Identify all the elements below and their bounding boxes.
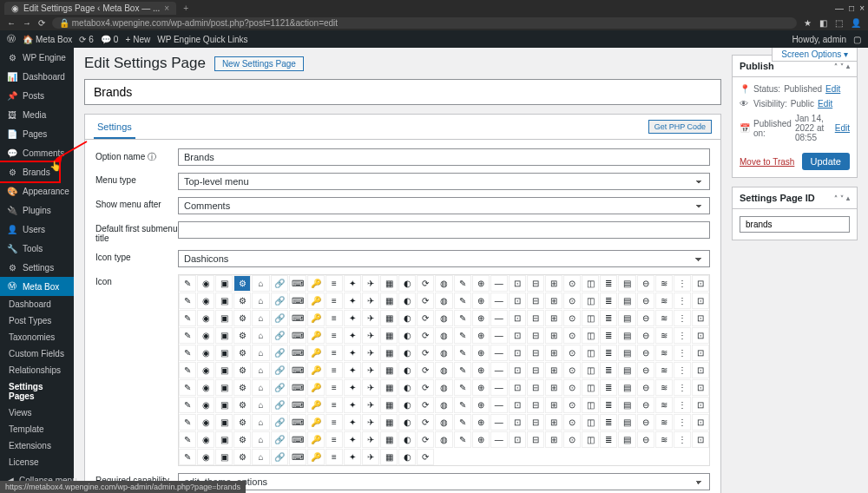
icon-option[interactable]: ▤	[618, 275, 635, 292]
icon-option[interactable]: ✦	[344, 293, 361, 309]
icon-option[interactable]: ⊡	[692, 275, 709, 292]
icon-option[interactable]: ⊡	[509, 414, 526, 431]
icon-option[interactable]: ≡	[326, 449, 343, 465]
icon-option[interactable]: ✎	[454, 275, 471, 292]
icon-option[interactable]: ⊖	[637, 275, 654, 292]
icon-option[interactable]: ⚙	[233, 327, 251, 344]
icon-option[interactable]: ✦	[344, 414, 361, 431]
icon-option[interactable]: ⊙	[563, 345, 581, 361]
icon-option[interactable]: ◐	[398, 310, 416, 326]
update-button[interactable]: Update	[802, 153, 850, 170]
icon-option[interactable]: ▤	[618, 293, 635, 309]
icon-option[interactable]: ◉	[197, 293, 214, 309]
icon-option[interactable]: 🔑	[307, 397, 325, 413]
window-minimize[interactable]: —	[835, 3, 844, 13]
icon-option[interactable]: ≡	[326, 275, 343, 292]
icon-option[interactable]: ⊞	[545, 379, 562, 396]
icon-option[interactable]: ▦	[380, 414, 398, 431]
icon-option[interactable]: ≣	[600, 327, 617, 344]
icon-option[interactable]: ≡	[326, 379, 343, 396]
icon-option[interactable]: ◍	[435, 293, 452, 309]
icon-option[interactable]: ✎	[454, 345, 471, 361]
icon-option[interactable]: ⊕	[472, 362, 490, 378]
new-settings-page-button[interactable]: New Settings Page	[214, 56, 304, 71]
icon-option[interactable]: ◫	[582, 327, 599, 344]
icon-option[interactable]: ⊕	[472, 275, 490, 292]
title-input[interactable]	[84, 79, 721, 105]
icon-option[interactable]: ⌨	[289, 431, 306, 448]
icon-option[interactable]: ◐	[398, 379, 416, 396]
icon-option[interactable]: —	[490, 362, 508, 378]
icon-option[interactable]: ⊡	[509, 293, 526, 309]
howdy-user[interactable]: Howdy, admin	[792, 35, 846, 44]
icon-option[interactable]: ⋮	[674, 397, 691, 413]
icon-option[interactable]: ⊕	[472, 397, 490, 413]
icon-option[interactable]: ▤	[618, 397, 635, 413]
icon-option[interactable]: ✈	[362, 310, 379, 326]
icon-option[interactable]: ◐	[398, 293, 416, 309]
icon-option[interactable]: ✎	[454, 293, 471, 309]
settings-id-input[interactable]	[740, 216, 850, 233]
icon-option[interactable]: ⌨	[289, 449, 306, 465]
icon-option[interactable]: ⌨	[289, 327, 306, 344]
icon-option[interactable]: ✎	[179, 345, 196, 361]
sidebar-sub-custom-fields[interactable]: Custom Fields	[0, 345, 74, 362]
icon-option[interactable]: ⊡	[692, 293, 709, 309]
icon-option[interactable]: ◫	[582, 275, 599, 292]
icon-option[interactable]: 🔑	[307, 275, 325, 292]
icon-option[interactable]: ⊞	[545, 362, 562, 378]
sidebar-sub-template[interactable]: Template	[0, 421, 74, 437]
icon-option[interactable]: ▣	[215, 293, 233, 309]
icon-option[interactable]: ◍	[435, 397, 452, 413]
browser-tab[interactable]: ◉ Edit Settings Page ‹ Meta Box — ... ×	[4, 2, 176, 15]
icon-option[interactable]: ✎	[179, 449, 196, 465]
icon-option[interactable]: ▦	[380, 293, 398, 309]
icon-option[interactable]: ▤	[618, 345, 635, 361]
icon-option[interactable]: ⊙	[563, 414, 581, 431]
icon-option[interactable]: ◫	[582, 345, 599, 361]
icon-option[interactable]: ≋	[655, 293, 673, 309]
icon-option[interactable]: ⋮	[674, 275, 691, 292]
updates-count[interactable]: ⟳ 6	[79, 35, 94, 44]
icon-option[interactable]: ⌂	[252, 327, 269, 344]
icon-option[interactable]: 🔗	[271, 397, 288, 413]
icon-option[interactable]: 🔑	[307, 414, 325, 431]
icon-option[interactable]: ⊖	[637, 379, 654, 396]
icon-option[interactable]: ⊞	[545, 327, 562, 344]
icon-option[interactable]: ≣	[600, 275, 617, 292]
icon-option[interactable]: ⊙	[563, 327, 581, 344]
icon-option[interactable]: ◉	[197, 449, 214, 465]
icon-option[interactable]: ⊟	[527, 362, 544, 378]
window-maximize[interactable]: □	[849, 3, 854, 13]
icon-option[interactable]: ⊡	[509, 362, 526, 378]
icon-option[interactable]: ⊖	[637, 362, 654, 378]
icon-option[interactable]: ⊖	[637, 345, 654, 361]
icon-option[interactable]: 🔗	[271, 379, 288, 396]
icon-option[interactable]: ⌂	[252, 293, 269, 309]
icon-option[interactable]: ⊞	[545, 275, 562, 292]
icon-option[interactable]: ▣	[215, 327, 233, 344]
icon-option[interactable]: ✦	[344, 449, 361, 465]
icon-option[interactable]: ⊡	[692, 379, 709, 396]
icon-option[interactable]: 🔑	[307, 449, 325, 465]
icon-option[interactable]: 🔑	[307, 362, 325, 378]
icon-option[interactable]: ≣	[600, 397, 617, 413]
icon-option[interactable]: ✦	[344, 431, 361, 448]
icon-option[interactable]: ⊖	[637, 327, 654, 344]
icon-option[interactable]: ⚙	[233, 310, 251, 326]
icon-option[interactable]: ≣	[600, 345, 617, 361]
icon-option[interactable]: ⊞	[545, 431, 562, 448]
icon-option[interactable]: ◐	[398, 431, 416, 448]
sidebar-item-tools[interactable]: 🔧Tools	[0, 239, 74, 258]
icon-option[interactable]: ✦	[344, 275, 361, 292]
icon-option[interactable]: ◉	[197, 431, 214, 448]
icon-option[interactable]: ◫	[582, 397, 599, 413]
icon-option[interactable]: 🔗	[271, 414, 288, 431]
icon-option[interactable]: ≣	[600, 379, 617, 396]
icon-option[interactable]: ≋	[655, 310, 673, 326]
icon-option[interactable]: ▦	[380, 362, 398, 378]
icon-option[interactable]: 🔑	[307, 345, 325, 361]
chevron-down-icon[interactable]: ˅	[840, 62, 844, 70]
icon-option[interactable]: ⌨	[289, 293, 306, 309]
icon-option[interactable]: ⊕	[472, 379, 490, 396]
